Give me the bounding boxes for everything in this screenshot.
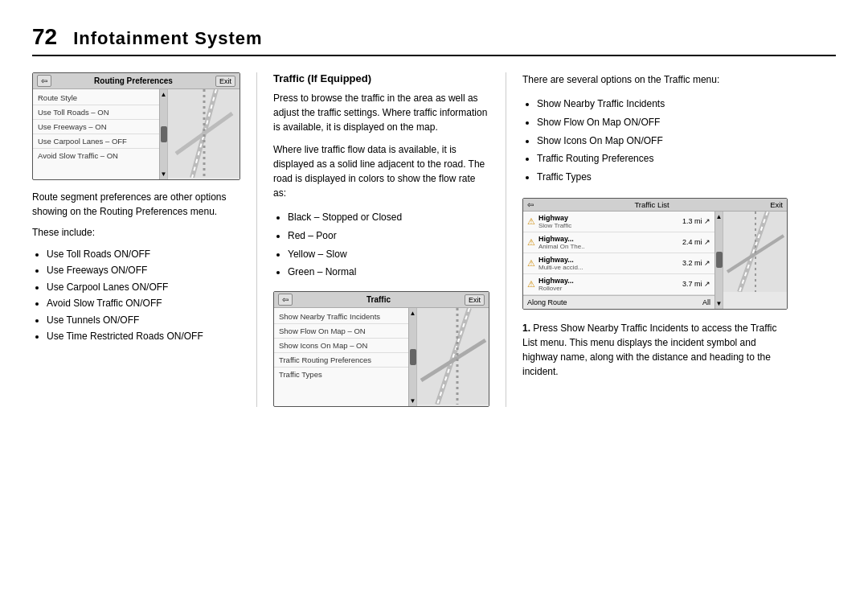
these-include-label: These include: — [32, 225, 240, 240]
list-item[interactable]: Use Toll Roads – ON — [33, 105, 159, 120]
list-item[interactable]: Route Style — [33, 91, 159, 105]
traffic-options-list: Show Nearby Traffic Incidents Show Flow … — [522, 95, 788, 187]
list-item[interactable]: Show Nearby Traffic Incidents — [274, 310, 408, 324]
scroll-up-arrow[interactable]: ▲ — [716, 213, 723, 220]
traffic-map-svg — [417, 308, 489, 405]
flow-color-yellow: Yellow – Slow — [288, 245, 489, 264]
routing-preferences-screen: ⇦ Routing Preferences Exit Route Style U… — [32, 72, 240, 180]
scroll-down-arrow[interactable]: ▼ — [410, 397, 416, 405]
traffic-list-scrollbar: ▲ ▼ — [714, 212, 723, 309]
table-row[interactable]: ⚠ Highway Slow Traffic 1.3 mi ↗ — [523, 212, 714, 232]
routing-screen-body: Route Style Use Toll Roads – ON Use Free… — [33, 89, 240, 179]
scroll-up-arrow[interactable]: ▲ — [410, 310, 416, 317]
row-subtitle: Multi-ve accid... — [538, 264, 679, 271]
warning-icon: ⚠ — [527, 279, 535, 290]
traffic-list-screen: ⇦ Traffic List Exit ⚠ Highway Slow Traff… — [522, 198, 788, 310]
warning-icon: ⚠ — [527, 258, 535, 269]
row-subtitle: Rollover — [538, 285, 679, 292]
routing-map — [167, 89, 240, 179]
routing-exit-btn[interactable]: Exit — [215, 76, 235, 87]
row-info: Highway... Animal On The.. — [538, 235, 679, 250]
intro-text: Route segment preferences are other opti… — [32, 190, 240, 219]
list-item: Traffic Routing Preferences — [537, 150, 788, 168]
page-number: 72 — [32, 24, 57, 50]
flow-color-green: Green – Normal — [288, 263, 489, 281]
row-distance: 1.3 mi ↗ — [682, 217, 710, 225]
list-item: Show Icons On Map ON/OFF — [537, 132, 788, 150]
traffic-list-exit-btn[interactable]: Exit — [770, 200, 783, 209]
list-item: Show Nearby Traffic Incidents — [537, 95, 788, 113]
scroll-down-arrow[interactable]: ▼ — [716, 300, 723, 307]
traffic-map — [416, 308, 489, 406]
flow-color-red: Red – Poor — [288, 227, 489, 245]
routing-screen-title: Routing Preferences — [94, 76, 173, 85]
scroll-thumb — [410, 349, 416, 365]
list-item: Use Freeways ON/OFF — [47, 262, 240, 278]
list-item: Use Time Restricted Roads ON/OFF — [47, 328, 240, 344]
warning-icon: ⚠ — [527, 216, 535, 227]
row-distance: 2.4 mi ↗ — [682, 238, 710, 246]
content-area: ⇦ Routing Preferences Exit Route Style U… — [32, 72, 836, 407]
list-item[interactable]: Traffic Routing Preferences — [274, 353, 408, 368]
list-item[interactable]: Use Carpool Lanes – OFF — [33, 134, 159, 149]
traffic-list-footer: Along Route All — [523, 295, 714, 309]
scroll-up-arrow[interactable]: ▲ — [161, 91, 167, 98]
row-info: Highway... Rollover — [538, 277, 679, 292]
routing-bullet-list: Use Toll Roads ON/OFF Use Freeways ON/OF… — [32, 246, 240, 344]
routing-screen-header: ⇦ Routing Preferences Exit — [33, 73, 240, 89]
traffic-para2: Where live traffic flow data is availabl… — [273, 142, 489, 200]
routing-back-btn[interactable]: ⇦ — [37, 75, 51, 87]
page-title: Infotainment System — [73, 28, 262, 49]
item-number: 1. — [522, 322, 530, 334]
row-subtitle: Animal On The.. — [538, 243, 679, 250]
routing-map-svg — [168, 89, 240, 178]
scroll-down-arrow[interactable]: ▼ — [161, 170, 167, 178]
row-subtitle: Slow Traffic — [538, 222, 679, 229]
list-item[interactable]: Use Freeways – ON — [33, 120, 159, 134]
traffic-list-body: ⚠ Highway Slow Traffic 1.3 mi ↗ ⚠ Highwa… — [523, 212, 787, 309]
scroll-thumb — [716, 252, 723, 268]
traffic-list-screen-header: ⇦ Traffic List Exit — [523, 199, 787, 212]
right-intro-text: There are several options on the Traffic… — [522, 72, 788, 87]
traffic-screen: ⇦ Traffic Exit Show Nearby Traffic Incid… — [273, 291, 489, 407]
list-item: Use Carpool Lanes ON/OFF — [47, 279, 240, 295]
scroll-thumb — [161, 126, 167, 142]
item-text: Press Show Nearby Traffic Incidents to a… — [522, 322, 776, 377]
traffic-screen-list: Show Nearby Traffic Incidents Show Flow … — [274, 308, 408, 406]
list-item[interactable]: Traffic Types — [274, 368, 408, 381]
list-item[interactable]: Show Icons On Map – ON — [274, 339, 408, 353]
traffic-para1: Press to browse the traffic in the area … — [273, 91, 489, 134]
list-item: Show Flow On Map ON/OFF — [537, 113, 788, 132]
traffic-list-back-btn[interactable]: ⇦ — [527, 200, 534, 209]
routing-screen-list: Route Style Use Toll Roads – ON Use Free… — [33, 89, 159, 179]
table-row[interactable]: ⚠ Highway... Multi-ve accid... 3.2 mi ↗ — [523, 253, 714, 274]
traffic-back-btn[interactable]: ⇦ — [278, 294, 293, 306]
footer-right: All — [702, 298, 710, 306]
flow-color-black: Black – Stopped or Closed — [288, 208, 489, 227]
traffic-list-map — [723, 212, 787, 309]
traffic-scrollbar: ▲ ▼ — [408, 308, 416, 406]
flow-color-list: Black – Stopped or Closed Red – Poor Yel… — [273, 208, 489, 281]
row-title: Highway — [538, 214, 679, 222]
left-column: ⇦ Routing Preferences Exit Route Style U… — [32, 72, 257, 407]
numbered-item-1: 1. Press Show Nearby Traffic Incidents t… — [522, 321, 788, 379]
traffic-exit-btn[interactable]: Exit — [465, 294, 485, 306]
row-title: Highway... — [538, 277, 679, 285]
list-item[interactable]: Avoid Slow Traffic – ON — [33, 149, 159, 162]
traffic-list-map-svg — [723, 212, 787, 292]
row-title: Highway... — [538, 256, 679, 264]
table-row[interactable]: ⚠ Highway... Animal On The.. 2.4 mi ↗ — [523, 232, 714, 253]
list-item[interactable]: Show Flow On Map – ON — [274, 324, 408, 339]
middle-column: Traffic (If Equipped) Press to browse th… — [257, 72, 506, 407]
list-item: Traffic Types — [537, 168, 788, 187]
row-info: Highway Slow Traffic — [538, 214, 679, 229]
page-header: 72 Infotainment System — [32, 24, 836, 56]
list-item: Avoid Slow Traffic ON/OFF — [47, 295, 240, 311]
row-distance: 3.2 mi ↗ — [682, 259, 710, 267]
table-row[interactable]: ⚠ Highway... Rollover 3.7 mi ↗ — [523, 274, 714, 295]
row-title: Highway... — [538, 235, 679, 243]
traffic-section-title: Traffic (If Equipped) — [273, 72, 489, 84]
warning-icon: ⚠ — [527, 237, 535, 248]
list-item: Use Toll Roads ON/OFF — [47, 246, 240, 262]
footer-left: Along Route — [527, 298, 567, 306]
